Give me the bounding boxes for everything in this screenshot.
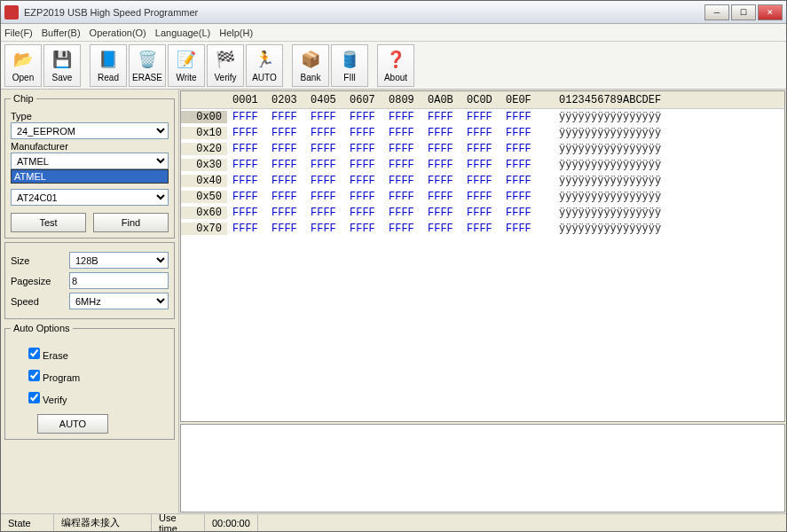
verify-button[interactable]: 🏁Verify [207, 44, 244, 87]
hex-bytes[interactable]: FFFF [350, 207, 389, 219]
hex-bytes[interactable]: FFFF [272, 223, 311, 235]
minimize-button[interactable]: ─ [704, 4, 729, 20]
hex-row[interactable]: 0x30FFFFFFFFFFFFFFFFFFFFFFFFFFFFFFFFÿÿÿÿ… [181, 157, 784, 173]
hex-row[interactable]: 0x60FFFFFFFFFFFFFFFFFFFFFFFFFFFFFFFFÿÿÿÿ… [181, 205, 784, 221]
hex-bytes[interactable]: FFFF [389, 111, 428, 123]
hex-bytes[interactable]: FFFF [389, 143, 428, 155]
hex-bytes[interactable]: FFFF [311, 143, 350, 155]
speed-select[interactable]: 6MHz [69, 293, 169, 309]
hex-bytes[interactable]: FFFF [272, 159, 311, 171]
hex-bytes[interactable]: FFFF [428, 175, 467, 187]
hex-bytes[interactable]: FFFF [350, 127, 389, 139]
hex-bytes[interactable]: FFFF [311, 207, 350, 219]
hex-bytes[interactable]: FFFF [506, 191, 545, 203]
hex-bytes[interactable]: FFFF [428, 111, 467, 123]
hex-bytes[interactable]: FFFF [428, 159, 467, 171]
hex-bytes[interactable]: FFFF [467, 111, 506, 123]
menu-help[interactable]: Help(H) [219, 27, 253, 38]
hex-bytes[interactable]: FFFF [311, 175, 350, 187]
hex-bytes[interactable]: FFFF [350, 159, 389, 171]
hex-bytes[interactable]: FFFF [272, 207, 311, 219]
erase-checkbox-row[interactable]: Erase [28, 348, 169, 361]
hex-bytes[interactable]: FFFF [350, 223, 389, 235]
hex-editor[interactable]: 000102030405060708090A0B0C0D0E0F 0123456… [180, 90, 785, 422]
hex-bytes[interactable]: FFFF [232, 223, 272, 235]
erase-button[interactable]: 🗑️ERASE [129, 44, 166, 87]
menu-language[interactable]: Language(L) [155, 27, 210, 38]
hex-row[interactable]: 0x00FFFFFFFFFFFFFFFFFFFFFFFFFFFFFFFFÿÿÿÿ… [181, 109, 784, 125]
log-area[interactable] [180, 424, 785, 512]
hex-bytes[interactable]: FFFF [311, 111, 350, 123]
hex-bytes[interactable]: FFFF [428, 223, 467, 235]
hex-bytes[interactable]: FFFF [467, 127, 506, 139]
hex-bytes[interactable]: FFFF [467, 223, 506, 235]
hex-bytes[interactable]: FFFF [232, 159, 272, 171]
hex-bytes[interactable]: FFFF [506, 111, 545, 123]
close-button[interactable]: ✕ [758, 4, 783, 20]
hex-bytes[interactable]: FFFF [506, 127, 545, 139]
hex-bytes[interactable]: FFFF [350, 143, 389, 155]
test-button[interactable]: Test [11, 213, 86, 232]
hex-bytes[interactable]: FFFF [389, 223, 428, 235]
hex-bytes[interactable]: FFFF [389, 127, 428, 139]
bank-button[interactable]: 📦Bank [292, 44, 329, 87]
hex-bytes[interactable]: FFFF [467, 191, 506, 203]
hex-bytes[interactable]: FFFF [311, 127, 350, 139]
hex-bytes[interactable]: FFFF [232, 127, 272, 139]
hex-row[interactable]: 0x40FFFFFFFFFFFFFFFFFFFFFFFFFFFFFFFFÿÿÿÿ… [181, 173, 784, 189]
manufacturer-select[interactable]: ATMEL [11, 153, 169, 169]
hex-bytes[interactable]: FFFF [232, 175, 272, 187]
hex-bytes[interactable]: FFFF [350, 191, 389, 203]
hex-bytes[interactable]: FFFF [389, 159, 428, 171]
hex-bytes[interactable]: FFFF [467, 175, 506, 187]
maximize-button[interactable]: ☐ [731, 4, 756, 20]
hex-bytes[interactable]: FFFF [232, 143, 272, 155]
hex-bytes[interactable]: FFFF [232, 111, 272, 123]
size-select[interactable]: 128B [69, 252, 169, 269]
find-button[interactable]: Find [93, 213, 169, 232]
hex-bytes[interactable]: FFFF [272, 191, 311, 203]
menu-file[interactable]: File(F) [4, 27, 33, 38]
hex-bytes[interactable]: FFFF [272, 175, 311, 187]
hex-bytes[interactable]: FFFF [467, 143, 506, 155]
hex-bytes[interactable]: FFFF [272, 143, 311, 155]
erase-checkbox[interactable] [28, 348, 40, 359]
save-button[interactable]: 💾Save [43, 44, 81, 87]
hex-bytes[interactable]: FFFF [311, 223, 350, 235]
hex-bytes[interactable]: FFFF [428, 191, 467, 203]
write-button[interactable]: 📝Write [168, 44, 205, 87]
open-button[interactable]: 📂Open [4, 44, 42, 87]
auto-options-button[interactable]: AUTO [37, 414, 108, 434]
hex-bytes[interactable]: FFFF [467, 207, 506, 219]
program-checkbox[interactable] [28, 370, 40, 381]
hex-bytes[interactable]: FFFF [272, 127, 311, 139]
program-checkbox-row[interactable]: Program [28, 370, 169, 383]
hex-row[interactable]: 0x10FFFFFFFFFFFFFFFFFFFFFFFFFFFFFFFFÿÿÿÿ… [181, 125, 784, 141]
read-button[interactable]: 📘Read [90, 44, 127, 87]
hex-bytes[interactable]: FFFF [350, 175, 389, 187]
hex-bytes[interactable]: FFFF [428, 207, 467, 219]
manufacturer-dropdown-list[interactable]: ATMEL [11, 169, 169, 184]
hex-bytes[interactable]: FFFF [389, 207, 428, 219]
hex-bytes[interactable]: FFFF [311, 191, 350, 203]
device-select[interactable]: AT24C01 [11, 189, 169, 206]
hex-bytes[interactable]: FFFF [506, 223, 545, 235]
hex-bytes[interactable]: FFFF [428, 127, 467, 139]
hex-bytes[interactable]: FFFF [506, 175, 545, 187]
hex-row[interactable]: 0x20FFFFFFFFFFFFFFFFFFFFFFFFFFFFFFFFÿÿÿÿ… [181, 141, 784, 157]
pagesize-input[interactable] [69, 272, 169, 289]
hex-bytes[interactable]: FFFF [311, 159, 350, 171]
hex-bytes[interactable]: FFFF [428, 143, 467, 155]
hex-bytes[interactable]: FFFF [506, 159, 545, 171]
hex-row[interactable]: 0x50FFFFFFFFFFFFFFFFFFFFFFFFFFFFFFFFÿÿÿÿ… [181, 189, 784, 205]
auto-button[interactable]: 🏃AUTO [246, 44, 283, 87]
hex-bytes[interactable]: FFFF [389, 191, 428, 203]
hex-bytes[interactable]: FFFF [506, 143, 545, 155]
type-select[interactable]: 24_EEPROM [11, 122, 169, 139]
hex-bytes[interactable]: FFFF [506, 207, 545, 219]
hex-bytes[interactable]: FFFF [389, 175, 428, 187]
about-button[interactable]: ❓About [377, 44, 414, 87]
verify-checkbox[interactable] [28, 392, 40, 403]
hex-bytes[interactable]: FFFF [232, 207, 272, 219]
fill-button[interactable]: 🛢️FIll [331, 44, 368, 87]
